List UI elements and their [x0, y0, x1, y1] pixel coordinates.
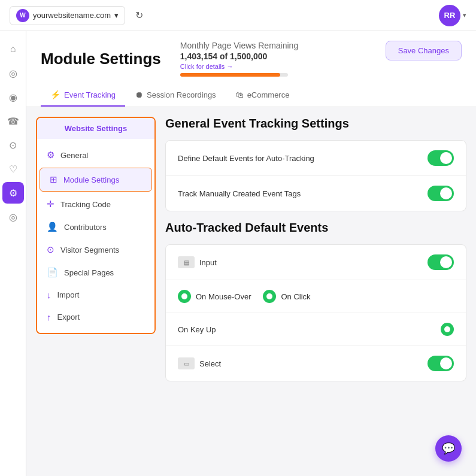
- mouse-over-item: On Mouse-Over: [178, 290, 251, 303]
- define-defaults-toggle[interactable]: [428, 150, 454, 166]
- content-body: Website Settings ⚙ General ⊞ Module Sett…: [26, 107, 476, 476]
- inline-toggles: On Mouse-Over On Click: [178, 290, 311, 303]
- select-label: Select: [199, 359, 221, 368]
- sidebar-item-analytics[interactable]: ◎: [2, 62, 24, 84]
- select-row-label-area: ▭ Select: [178, 357, 221, 369]
- settings-row-key-up: On Key Up: [166, 313, 466, 346]
- settings-row-select: ▭ Select: [166, 346, 466, 381]
- chevron-down-icon: ▾: [114, 11, 119, 20]
- top-nav: W yourwebsitename.com ▾ ↻ RR ▾: [0, 0, 476, 31]
- tab-ecommerce[interactable]: 🛍 eCommerce: [226, 84, 299, 107]
- sidebar-item-profile[interactable]: ◎: [2, 206, 24, 228]
- page-header: Module Settings Monthly Page Views Remai…: [26, 31, 476, 107]
- special-pages-icon: 📄: [47, 267, 58, 278]
- track-manually-toggle[interactable]: [428, 186, 454, 201]
- visitor-segments-icon: ⊙: [47, 244, 54, 255]
- on-click-toggle[interactable]: [263, 290, 276, 303]
- tracking-code-icon: ✛: [47, 199, 54, 210]
- sidebar-contributors-label: Contributors: [64, 223, 107, 232]
- auto-tracked-section-title: Auto-Tracked Default Events: [165, 221, 466, 235]
- mouse-over-label: On Mouse-Over: [196, 292, 251, 301]
- page-header-top: Module Settings Monthly Page Views Remai…: [41, 41, 462, 77]
- top-nav-left: W yourwebsitename.com ▾ ↻: [10, 6, 148, 25]
- mouse-over-toggle[interactable]: [178, 290, 191, 303]
- float-chat-button[interactable]: 💬: [435, 435, 462, 462]
- sidebar-item-contacts[interactable]: ☎: [2, 110, 24, 132]
- auto-tracked-settings-card: ▤ Input On Mouse-Over: [165, 244, 466, 381]
- sidebar-item-segments[interactable]: ⊙: [2, 134, 24, 156]
- page-views-info: Monthly Page Views Remaining 1,403,154 o…: [180, 41, 298, 77]
- sidebar-item-export[interactable]: ↑ Export: [37, 306, 154, 328]
- general-section-title: General Event Tracking Settings: [165, 117, 466, 131]
- input-label: Input: [199, 258, 217, 267]
- sidebar-item-events[interactable]: ◉: [2, 86, 24, 108]
- site-icon: W: [16, 9, 29, 22]
- settings-sidebar-header: Website Settings: [37, 118, 154, 139]
- refresh-button[interactable]: ↻: [130, 7, 148, 25]
- input-field-icon: ▤: [178, 256, 195, 268]
- avatar-wrapper: RR ▾: [439, 5, 466, 26]
- avatar[interactable]: RR: [439, 5, 460, 26]
- tab-ecommerce-label: eCommerce: [247, 90, 290, 99]
- select-field-icon: ▭: [178, 357, 195, 369]
- tabs: ⚡ Event Tracking ⏺ Session Recordings 🛍 …: [41, 84, 462, 107]
- tab-event-tracking[interactable]: ⚡ Event Tracking: [41, 84, 125, 107]
- ecommerce-icon: 🛍: [235, 90, 244, 99]
- input-row-label-area: ▤ Input: [178, 256, 217, 268]
- event-tracking-icon: ⚡: [50, 90, 60, 99]
- settings-row-define-defaults: Define Default Events for Auto-Tracking: [166, 141, 466, 176]
- sidebar-export-label: Export: [57, 313, 80, 322]
- page-title: Module Settings: [41, 50, 161, 68]
- tab-event-tracking-label: Event Tracking: [64, 90, 116, 99]
- general-settings-card: Define Default Events for Auto-Tracking …: [165, 140, 466, 211]
- main-area: Module Settings Monthly Page Views Remai…: [26, 31, 476, 476]
- page-title-area: Module Settings Monthly Page Views Remai…: [41, 41, 298, 77]
- sidebar-item-special-pages[interactable]: 📄 Special Pages: [37, 261, 154, 284]
- progress-bar-container: [180, 73, 288, 77]
- sidebar-tracking-code-label: Tracking Code: [60, 200, 111, 209]
- layout: ⌂ ◎ ◉ ☎ ⊙ ♡ ⚙ ◎ Module Settings Monthly …: [0, 31, 476, 476]
- key-up-label: On Key Up: [178, 325, 216, 334]
- sidebar-item-import[interactable]: ↓ Import: [37, 284, 154, 306]
- sidebar-special-pages-label: Special Pages: [64, 268, 114, 277]
- save-changes-button[interactable]: Save Changes: [386, 41, 462, 60]
- sidebar-item-general[interactable]: ⚙ General: [37, 144, 154, 166]
- settings-row-input: ▤ Input: [166, 245, 466, 280]
- on-click-label: On Click: [281, 292, 310, 301]
- on-click-item: On Click: [263, 290, 310, 303]
- export-icon: ↑: [47, 312, 51, 322]
- site-name: yourwebsitename.com: [33, 11, 111, 20]
- page-views-label: Monthly Page Views Remaining: [180, 41, 298, 50]
- track-manually-label: Track Manually Created Event Tags: [178, 189, 301, 198]
- page-views-link[interactable]: Click for details →: [180, 63, 234, 70]
- sidebar-item-campaigns[interactable]: ♡: [2, 158, 24, 180]
- sidebar-item-tracking-code[interactable]: ✛ Tracking Code: [37, 193, 154, 216]
- settings-panel: General Event Tracking Settings Define D…: [165, 117, 466, 466]
- general-icon: ⚙: [47, 150, 54, 160]
- left-sidebar: ⌂ ◎ ◉ ☎ ⊙ ♡ ⚙ ◎: [0, 31, 26, 476]
- settings-sidebar: Website Settings ⚙ General ⊞ Module Sett…: [36, 117, 156, 334]
- sidebar-module-settings-label: Module Settings: [63, 175, 119, 184]
- sidebar-import-label: Import: [57, 290, 80, 299]
- select-toggle[interactable]: [428, 356, 454, 371]
- avatar-chevron: ▾: [463, 11, 466, 19]
- sidebar-item-visitor-segments[interactable]: ⊙ Visitor Segments: [37, 238, 154, 261]
- site-selector[interactable]: W yourwebsitename.com ▾: [10, 6, 125, 25]
- progress-bar: [180, 73, 280, 77]
- key-up-toggle[interactable]: [441, 323, 454, 336]
- settings-row-inline: On Mouse-Over On Click: [166, 280, 466, 313]
- input-toggle[interactable]: [428, 254, 454, 270]
- sidebar-item-settings[interactable]: ⚙: [2, 182, 24, 204]
- sidebar-item-contributors[interactable]: 👤 Contributors: [37, 216, 154, 238]
- tab-session-recordings-label: Session Recordings: [147, 90, 216, 99]
- sidebar-visitor-segments-label: Visitor Segments: [60, 245, 119, 254]
- settings-row-track-manually: Track Manually Created Event Tags: [166, 176, 466, 211]
- module-settings-icon: ⊞: [50, 174, 57, 185]
- sidebar-item-module-settings[interactable]: ⊞ Module Settings: [40, 168, 152, 192]
- contributors-icon: 👤: [47, 222, 58, 232]
- tab-session-recordings[interactable]: ⏺ Session Recordings: [125, 84, 226, 107]
- sidebar-item-home[interactable]: ⌂: [2, 38, 24, 60]
- import-icon: ↓: [47, 290, 51, 300]
- settings-sidebar-items: ⚙ General ⊞ Module Settings ✛ Tracking C…: [37, 139, 154, 333]
- sidebar-general-label: General: [60, 151, 88, 160]
